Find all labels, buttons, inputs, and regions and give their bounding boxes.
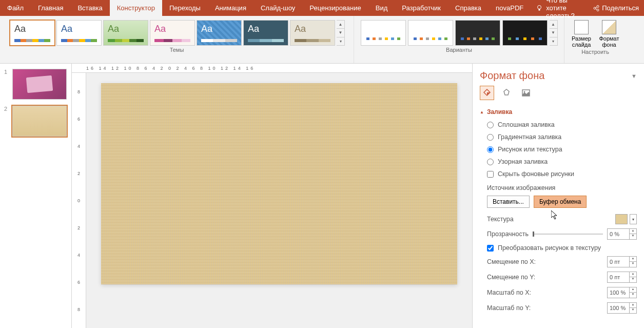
theme-4[interactable]: Aa — [150, 20, 195, 46]
pane-options-dropdown[interactable]: ▼ — [631, 73, 637, 79]
variants-scroll-up[interactable]: ▲ — [550, 21, 557, 29]
svg-line-6 — [596, 9, 597, 10]
format-bg-icon — [602, 20, 616, 34]
texture-picker[interactable] — [615, 214, 628, 224]
tab-view[interactable]: Вид — [368, 0, 395, 16]
lightbulb-icon — [536, 5, 543, 12]
picture-tab-icon[interactable] — [519, 86, 533, 100]
texture-dropdown[interactable]: ▾ — [630, 214, 637, 224]
format-background-button[interactable]: Формат фона — [597, 20, 621, 48]
theme-3[interactable]: Aa — [103, 20, 148, 46]
chevron-down-icon: ▲ — [480, 110, 484, 114]
themes-more[interactable]: ▾ — [337, 37, 344, 45]
theme-6[interactable]: Aa — [243, 20, 288, 46]
variant-3[interactable] — [455, 20, 500, 46]
main-area: 1 2 16 14 12 10 8 6 4 2 0 2 4 6 8 10 12 … — [0, 64, 644, 328]
pane-title: Формат фона — [480, 70, 544, 82]
slide-size-button[interactable]: Размер слайда — [570, 20, 593, 48]
fill-tab-icon[interactable] — [480, 86, 494, 100]
transparency-input[interactable]: 0 % ▲▼ — [607, 228, 637, 240]
tab-file[interactable]: Файл — [0, 0, 31, 16]
ribbon-tabs: Файл Главная Вставка Конструктор Переход… — [0, 0, 644, 16]
tell-me-search[interactable]: Что вы хотите сделать? — [531, 0, 588, 16]
image-source-label: Источник изображения — [480, 180, 637, 194]
slide-number: 2 — [4, 106, 9, 137]
effects-tab-icon[interactable] — [499, 86, 514, 100]
tab-design[interactable]: Конструктор — [110, 0, 162, 16]
spin-down[interactable]: ▼ — [629, 234, 636, 239]
tile-texture-checkbox[interactable]: Преобразовать рисунок в текстуру — [480, 242, 637, 254]
themes-group: Aa Aa Aa Aa Aa Aa — [0, 16, 354, 63]
scale-x-input[interactable]: 100 % ▲▼ — [607, 287, 637, 298]
slide-thumb-1[interactable] — [12, 69, 67, 100]
themes-scroll-down[interactable]: ▼ — [337, 29, 344, 37]
slide-canvas[interactable] — [101, 83, 457, 284]
variant-4[interactable] — [502, 20, 548, 46]
tab-novapdf[interactable]: novaPDF — [489, 0, 531, 16]
themes-label: Темы — [170, 46, 184, 54]
transparency-label: Прозрачность — [487, 230, 529, 238]
offset-x-label: Смещение по X: — [487, 258, 536, 265]
theme-office[interactable]: Aa — [10, 20, 55, 46]
theme-7[interactable]: Aa — [290, 20, 335, 46]
offset-y-input[interactable]: 0 пт ▲▼ — [607, 272, 637, 283]
theme-2[interactable]: Aa — [56, 20, 102, 46]
slide-size-icon — [574, 20, 589, 34]
offset-x-input[interactable]: 0 пт ▲▼ — [607, 256, 637, 267]
hide-bg-checkbox[interactable]: Скрыть фоновые рисунки — [480, 168, 637, 180]
tab-transitions[interactable]: Переходы — [162, 0, 208, 16]
share-icon — [593, 5, 600, 12]
variants-group: ▲ ▼ ▾ Варианты — [354, 16, 564, 63]
tab-review[interactable]: Рецензирование — [302, 0, 368, 16]
tab-insert[interactable]: Вставка — [70, 0, 109, 16]
variants-scroll-down[interactable]: ▼ — [550, 29, 557, 37]
fill-solid-radio[interactable]: Сплошная заливка — [480, 119, 637, 131]
slide-item-2: 2 — [4, 106, 67, 137]
insert-button[interactable]: Вставить... — [487, 196, 530, 208]
scale-y-label: Масштаб по Y: — [487, 304, 531, 312]
fill-pattern-radio[interactable]: Узорная заливка — [480, 156, 637, 168]
offset-y-label: Смещение по Y: — [487, 274, 535, 281]
svg-line-5 — [596, 7, 597, 8]
scale-y-input[interactable]: 100 % ▲▼ — [607, 302, 637, 314]
fill-gradient-radio[interactable]: Градиентная заливка — [480, 131, 637, 143]
svg-marker-7 — [504, 89, 509, 95]
transparency-slider[interactable] — [533, 234, 603, 235]
slide-item-1: 1 — [4, 69, 67, 100]
texture-label: Текстура — [487, 216, 514, 223]
svg-rect-1 — [539, 9, 540, 10]
tab-developer[interactable]: Разработчик — [395, 0, 448, 16]
slide-panel: 1 2 — [0, 64, 72, 328]
share-button[interactable]: Поделиться — [588, 0, 644, 16]
slide-number: 1 — [4, 69, 9, 100]
themes-scroll-up[interactable]: ▲ — [337, 21, 344, 29]
svg-point-0 — [538, 5, 541, 9]
variants-scroll: ▲ ▼ ▾ — [550, 20, 558, 46]
slide-thumb-2[interactable] — [12, 106, 67, 137]
format-background-pane: Формат фона ▼ ▲ Заливка Сплошная заливка — [472, 64, 644, 328]
variants-more[interactable]: ▾ — [550, 37, 557, 45]
fill-section-header[interactable]: ▲ Заливка — [480, 105, 637, 119]
ruler-vertical: 8 6 4 2 0 2 4 6 8 — [72, 73, 86, 328]
clipboard-button[interactable]: Буфер обмена — [534, 196, 587, 208]
customize-group: Размер слайда Формат фона Настроить — [564, 16, 626, 63]
variants-label: Варианты — [446, 46, 472, 54]
themes-scroll: ▲ ▼ ▾ — [337, 20, 345, 46]
variant-2[interactable] — [408, 20, 453, 46]
ruler-horizontal: 16 14 12 10 8 6 4 2 0 2 4 6 8 10 12 14 1… — [72, 64, 472, 73]
ribbon-content: Aa Aa Aa Aa Aa Aa — [0, 16, 644, 64]
theme-5[interactable]: Aa — [197, 20, 242, 46]
editor: 16 14 12 10 8 6 4 2 0 2 4 6 8 10 12 14 1… — [72, 64, 472, 328]
scale-x-label: Масштаб по X: — [487, 289, 531, 296]
variant-1[interactable] — [361, 20, 406, 46]
canvas-wrap — [86, 73, 472, 328]
tab-home[interactable]: Главная — [31, 0, 70, 16]
tab-slideshow[interactable]: Слайд-шоу — [253, 0, 302, 16]
spin-up[interactable]: ▲ — [629, 229, 636, 234]
share-label: Поделиться — [602, 4, 639, 12]
tab-help[interactable]: Справка — [448, 0, 489, 16]
customize-label: Настроить — [581, 48, 609, 56]
fill-picture-radio[interactable]: Рисунок или текстура — [480, 143, 637, 156]
tab-animations[interactable]: Анимация — [208, 0, 253, 16]
